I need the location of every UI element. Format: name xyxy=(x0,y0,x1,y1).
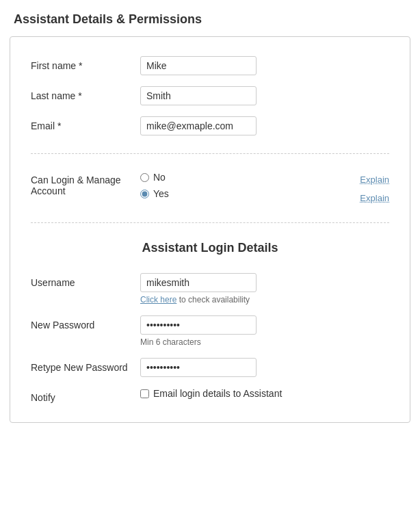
email-required: * xyxy=(57,120,61,131)
last-name-input[interactable] xyxy=(140,86,257,105)
radio-no[interactable] xyxy=(140,173,149,182)
radio-yes-label[interactable]: Yes xyxy=(153,188,169,199)
explain-column: Explain Explain xyxy=(334,172,389,205)
first-name-required: * xyxy=(79,60,82,71)
radio-yes-row: Yes xyxy=(140,188,334,199)
explain-no-link[interactable]: Explain xyxy=(334,173,389,186)
can-login-row: Can Login & Manage Account No Yes Explai… xyxy=(31,166,389,210)
last-name-control xyxy=(140,86,389,105)
notify-checkbox-label[interactable]: Email login details to Assistant xyxy=(153,388,282,399)
first-name-input[interactable] xyxy=(140,56,257,75)
can-login-section: Can Login & Manage Account No Yes Explai… xyxy=(31,166,389,223)
login-section-title: Assistant Login Details xyxy=(31,235,389,255)
radio-no-row: No xyxy=(140,172,334,183)
radio-yes[interactable] xyxy=(140,190,149,198)
min-chars-hint: Min 6 characters xyxy=(140,337,389,347)
page-title: Assistant Details & Permissions xyxy=(0,0,420,36)
notify-row: Notify Email login details to Assistant xyxy=(31,383,389,409)
last-name-required: * xyxy=(78,90,81,101)
notify-label: Notify xyxy=(31,388,140,403)
new-password-row: New Password Min 6 characters xyxy=(31,310,389,352)
username-label: Username xyxy=(31,273,140,288)
retype-password-label: Retype New Password xyxy=(31,358,140,373)
username-input[interactable] xyxy=(140,273,257,292)
notify-checkbox[interactable] xyxy=(140,389,149,398)
first-name-row: First name * xyxy=(31,51,389,81)
login-details-section: Assistant Login Details Username Click h… xyxy=(31,235,389,409)
availability-text: to check availability xyxy=(176,295,250,305)
email-row: Email * xyxy=(31,111,389,141)
can-login-label: Can Login & Manage Account xyxy=(31,172,140,196)
new-password-label: New Password xyxy=(31,315,140,331)
first-name-label: First name * xyxy=(31,56,140,71)
personal-details-section: First name * Last name * Email * xyxy=(31,51,389,154)
first-name-control xyxy=(140,56,389,75)
notify-control: Email login details to Assistant xyxy=(140,388,389,399)
explain-yes-link[interactable]: Explain xyxy=(334,192,389,205)
availability-hint: Click here to check availability xyxy=(140,295,389,305)
retype-password-row: Retype New Password xyxy=(31,352,389,383)
retype-password-control xyxy=(140,358,389,377)
email-control xyxy=(140,116,389,135)
radio-no-label[interactable]: No xyxy=(153,172,166,183)
email-input[interactable] xyxy=(140,116,257,135)
last-name-label: Last name * xyxy=(31,86,140,101)
notify-checkbox-row: Email login details to Assistant xyxy=(140,388,389,399)
email-label: Email * xyxy=(31,116,140,131)
new-password-input[interactable] xyxy=(140,315,257,335)
radio-options: No Yes xyxy=(140,172,334,199)
retype-password-input[interactable] xyxy=(140,358,257,377)
click-here-link[interactable]: Click here xyxy=(140,295,176,305)
main-card: First name * Last name * Email * xyxy=(10,36,410,423)
username-row: Username Click here to check availabilit… xyxy=(31,268,389,310)
last-name-row: Last name * xyxy=(31,81,389,111)
new-password-control: Min 6 characters xyxy=(140,315,389,347)
username-control: Click here to check availability xyxy=(140,273,389,305)
can-login-controls: No Yes Explain Explain xyxy=(140,172,389,205)
